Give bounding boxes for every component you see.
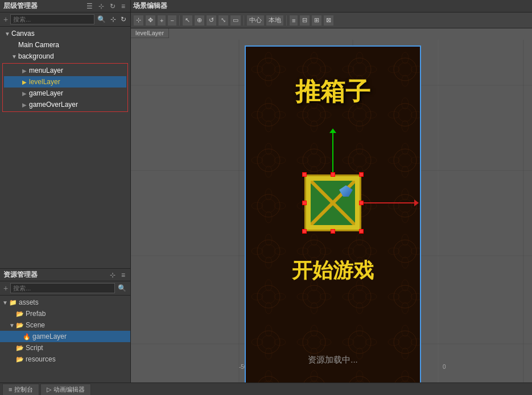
hand-tool-btn[interactable]: ✥ (145, 15, 156, 26)
levellayer-arrow[interactable]: ▶ (22, 79, 29, 85)
console-tab-label: 控制台 (14, 385, 33, 394)
assets-panel: 资源管理器 ⊹ ≡ + 🔍 ▼ 📁 assets (0, 269, 130, 382)
handle-br (359, 229, 364, 234)
menulayer-arrow[interactable]: ▶ (22, 68, 29, 74)
canvas-arrow[interactable]: ▼ (5, 31, 11, 37)
handle-lm (302, 201, 307, 205)
asset-item-assets[interactable]: ▼ 📁 assets (0, 297, 130, 308)
hierarchy-item-background[interactable]: ▼ background (0, 51, 130, 62)
scale-btn[interactable]: ⤡ (218, 15, 229, 26)
gamelayer-label: gameLayer (29, 89, 63, 97)
hierarchy-menu-icon[interactable]: ≡ (119, 2, 127, 10)
hierarchy-search-bar: + 🔍 ⊹ ↻ (0, 13, 130, 27)
hierarchy-title: 层级管理器 (3, 1, 83, 11)
hierarchy-nav-button[interactable]: ⊹ (109, 15, 118, 23)
box-inner-bg (311, 181, 355, 225)
rect-btn[interactable]: ▭ (230, 15, 241, 26)
fit-btn[interactable]: ⊠ (323, 15, 334, 26)
assets-search-input[interactable] (10, 283, 115, 293)
hierarchy-add-btn[interactable]: ☰ (85, 2, 94, 10)
assets-menu-icon[interactable]: ≡ (119, 271, 127, 279)
scene-arrow[interactable]: ▼ (9, 322, 16, 329)
toolbar-sep1 (179, 15, 180, 26)
asset-item-resources[interactable]: 📂 resources (0, 354, 130, 365)
levellayer-tab[interactable]: levelLayer (131, 28, 169, 38)
snap-btn[interactable]: ⊞ (311, 15, 322, 26)
rotate-btn[interactable]: ↺ (206, 15, 217, 26)
assets-folder-icon: 📁 (9, 299, 17, 306)
handle-bl (302, 229, 307, 234)
levellayer-tab-label: levelLayer (135, 30, 164, 36)
asset-item-scene[interactable]: ▼ 📂 Scene (0, 319, 130, 331)
gameoverlayer-arrow[interactable]: ▶ (22, 102, 29, 108)
hierarchy-tree: ▼ Canvas Main Camera ▼ background (0, 27, 130, 268)
menulayer-label: menuLayer (29, 66, 63, 74)
scene-editor-title: 场景编辑器 (133, 1, 167, 11)
assets-search-button[interactable]: 🔍 (116, 284, 128, 292)
assets-panel-header: 资源管理器 ⊹ ≡ (0, 269, 130, 281)
asset-item-script[interactable]: 📂 Script (0, 342, 130, 354)
asset-item-gamelayer-scene[interactable]: 🔥 gameLayer (0, 331, 130, 342)
script-folder-icon: 📂 (16, 344, 24, 352)
handle-tl (302, 172, 307, 177)
animation-tab-icon: ▷ (47, 386, 51, 393)
hierarchy-item-gamelayer[interactable]: ▶ gameLayer (4, 88, 126, 99)
gameoverlayer-label: gameOverLayer (29, 101, 78, 109)
animation-tab-label: 动画编辑器 (53, 385, 85, 394)
assets-add-icon[interactable]: + (2, 284, 9, 293)
animation-tab[interactable]: ▷ 动画编辑器 (40, 384, 91, 395)
hierarchy-settings-icon[interactable]: ⊹ (97, 2, 106, 10)
levellayer-label: levelLayer (29, 78, 60, 86)
hierarchy-item-gameoverlayer[interactable]: ▶ gameOverLayer (4, 99, 126, 110)
hierarchy-red-box: ▶ menuLayer ▶ levelLayer ▶ (2, 63, 128, 112)
canvas-area: levelLayer 1,000 500 (131, 28, 532, 382)
hierarchy-item-canvas[interactable]: ▼ Canvas (0, 28, 130, 39)
game-title: 推箱子 (246, 75, 420, 109)
assets-settings-icon[interactable]: ⊹ (108, 271, 117, 279)
resources-folder-icon: 📂 (16, 356, 24, 363)
game-loading-label: 资源加载中... (246, 355, 420, 365)
assets-title: 资源管理器 (3, 270, 106, 280)
hierarchy-item-menulayer[interactable]: ▶ menuLayer (4, 65, 126, 76)
hierarchy-item-levellayer[interactable]: ▶ levelLayer (4, 76, 126, 88)
arrow-right (362, 202, 418, 203)
game-preview: 推箱子 (245, 45, 421, 382)
background-label: background (18, 52, 54, 60)
assets-root-label: assets (19, 298, 39, 306)
hierarchy-item-main-camera[interactable]: Main Camera (0, 39, 130, 51)
gamelayer-arrow[interactable]: ▶ (22, 90, 29, 97)
hierarchy-refresh-button[interactable]: ↻ (119, 15, 128, 23)
box-outer (304, 174, 361, 231)
assets-root-arrow[interactable]: ▼ (2, 300, 9, 306)
hierarchy-search-input[interactable] (10, 14, 94, 24)
arrow-up (332, 129, 333, 173)
pivot-btn[interactable]: 中心 (246, 15, 265, 26)
handle-tm (331, 172, 335, 177)
background-arrow[interactable]: ▼ (11, 53, 18, 60)
asset-item-prefab[interactable]: 📂 Prefab (0, 308, 130, 319)
handle-rm (359, 201, 364, 205)
hierarchy-add-icon[interactable]: + (2, 15, 9, 24)
scene-editor-tabbar: 场景编辑器 (131, 0, 532, 13)
translate-btn[interactable]: ⊕ (194, 15, 205, 26)
assets-tree: ▼ 📁 assets 📂 Prefab ▼ 📂 Scene (0, 296, 130, 382)
console-tab[interactable]: ≡ 控制台 (2, 384, 39, 395)
script-label: Script (26, 344, 43, 352)
bottom-tabbar: ≡ 控制台 ▷ 动画编辑器 (0, 382, 532, 395)
hierarchy-search-button[interactable]: 🔍 (96, 15, 108, 23)
local-btn[interactable]: 本地 (266, 15, 284, 26)
main-camera-label: Main Camera (18, 41, 59, 49)
prefab-folder-icon: 📂 (16, 310, 24, 318)
align-btn[interactable]: ≡ (289, 15, 298, 26)
move-tool-btn[interactable]: ⊹ (133, 15, 144, 26)
distribute-btn[interactable]: ⊟ (299, 15, 310, 26)
scene-label: Scene (26, 321, 45, 329)
console-tab-icon: ≡ (9, 386, 12, 393)
box-sprite-wrapper[interactable] (304, 174, 361, 231)
scene-folder-icon: 📂 (16, 322, 24, 329)
zoom-in-btn[interactable]: + (157, 15, 166, 26)
hierarchy-refresh-icon[interactable]: ↻ (108, 2, 117, 10)
zoom-out-btn[interactable]: − (167, 15, 176, 26)
select-btn[interactable]: ↖ (182, 15, 193, 26)
game-start-label: 开始游戏 (246, 257, 420, 285)
